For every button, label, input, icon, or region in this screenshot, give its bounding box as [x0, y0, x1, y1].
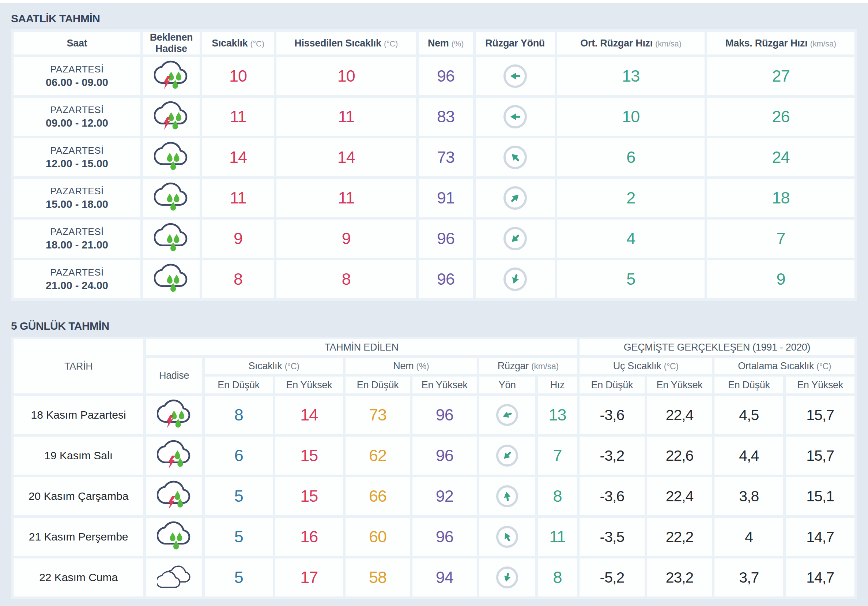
daily-row: 19 Kasım Salı 6 15 62 96 7 -3,2 22,6	[14, 437, 854, 475]
column-header-humidity-max: En Yüksek	[412, 376, 477, 393]
group-header-temperature: Sıcaklık (°C)	[205, 358, 343, 374]
date-label: 21 Kasım Perşembe	[29, 531, 128, 543]
feels-like-value: 11	[276, 179, 416, 217]
event-cell	[146, 437, 202, 475]
extreme-min-value: -3,5	[580, 518, 645, 556]
date-label: 18 Kasım Pazartesi	[31, 409, 126, 421]
temp-max-value: 14	[275, 396, 343, 434]
group-header-humidity: Nem (%)	[346, 358, 476, 374]
temperature-value: 10	[202, 57, 274, 95]
extreme-min-value: -3,6	[580, 396, 645, 434]
temp-max-value: 15	[275, 437, 343, 475]
daily-row: 21 Kasım Perşembe 5 16 60 96 11 -3,5 22	[14, 518, 854, 556]
wind-speed-value: 8	[538, 477, 577, 515]
wind-direction-cell	[479, 437, 535, 475]
time-range: 18.00 - 21.00	[14, 239, 140, 251]
wind-direction-cell	[476, 179, 555, 217]
max-wind-value: 27	[707, 57, 854, 95]
wind-direction-icon	[496, 404, 518, 426]
column-header-time: Saat	[14, 32, 140, 54]
daily-header-row-top: TARİH TAHMİN EDİLEN GEÇMİŞTE GERÇEKLEŞEN…	[14, 339, 854, 355]
date-label: 20 Kasım Çarşamba	[28, 490, 128, 502]
wind-direction-cell	[479, 518, 535, 556]
date-cell: 18 Kasım Pazartesi	[14, 396, 143, 434]
temp-max-value: 17	[275, 558, 343, 597]
temperature-value: 11	[202, 179, 274, 217]
thunderstorm-rain-icon	[157, 479, 191, 512]
humidity-value: 83	[418, 98, 473, 136]
time-range: 06.00 - 09.00	[14, 76, 140, 89]
humidity-value: 73	[418, 138, 473, 176]
humidity-max-value: 94	[412, 558, 477, 597]
day-label: PAZARTESİ	[14, 226, 140, 238]
max-wind-value: 24	[707, 138, 854, 176]
temp-min-value: 5	[205, 477, 273, 515]
column-header-average-min: En Düşük	[715, 376, 783, 393]
wind-direction-cell	[476, 138, 555, 176]
feels-like-value: 9	[276, 219, 416, 258]
humidity-max-value: 96	[412, 437, 477, 475]
hourly-section-title: SAATLİK TAHMİN	[11, 12, 857, 25]
time-slot-cell: PAZARTESİ 06.00 - 09.00	[14, 57, 140, 95]
temp-min-value: 5	[205, 518, 273, 556]
humidity-min-value: 60	[346, 518, 410, 556]
extreme-max-value: 22,4	[647, 477, 712, 515]
humidity-min-value: 73	[346, 396, 410, 434]
column-header-extreme-min: En Düşük	[580, 376, 645, 393]
extreme-max-value: 22,2	[647, 518, 712, 556]
wind-direction-cell	[479, 477, 535, 515]
group-header-predicted: TAHMİN EDİLEN	[146, 339, 577, 355]
page-top-strip	[0, 0, 868, 3]
time-slot-cell: PAZARTESİ 12.00 - 15.00	[14, 138, 140, 176]
hourly-forecast-table: Saat Beklenen Hadise Sıcaklık (°C) Hisse…	[11, 29, 857, 301]
extreme-max-value: 22,4	[647, 396, 712, 434]
wind-direction-icon	[496, 567, 518, 589]
wind-direction-icon	[504, 186, 527, 210]
wind-direction-cell	[476, 57, 555, 95]
day-label: PAZARTESİ	[14, 64, 140, 75]
time-slot-cell: PAZARTESİ 09.00 - 12.00	[14, 98, 140, 136]
extreme-max-value: 23,2	[647, 558, 712, 597]
forecast-page: SAATLİK TAHMİN Saat Beklenen Hadise Sıca…	[0, 3, 868, 599]
rainy-icon	[154, 262, 188, 295]
expected-event-cell	[143, 260, 200, 298]
rainy-icon	[154, 181, 188, 214]
expected-event-cell	[143, 138, 200, 176]
rainy-icon	[154, 221, 188, 254]
column-header-max-wind: Maks. Rüzgar Hızı (km/sa)	[707, 32, 854, 54]
date-label: 19 Kasım Salı	[44, 449, 113, 461]
max-wind-value: 7	[707, 219, 854, 258]
humidity-min-value: 66	[346, 477, 410, 515]
feels-like-value: 14	[276, 138, 416, 176]
temperature-value: 9	[202, 219, 274, 258]
day-label: PAZARTESİ	[14, 104, 140, 116]
wind-direction-icon	[496, 526, 518, 548]
wind-direction-icon	[504, 105, 527, 129]
day-label: PAZARTESİ	[14, 145, 140, 156]
temp-min-value: 5	[205, 558, 273, 597]
humidity-max-value: 96	[412, 396, 477, 434]
average-max-value: 14,7	[786, 558, 854, 597]
thunderstorm-heavy-rain-icon	[157, 398, 191, 431]
average-max-value: 15,7	[786, 437, 854, 475]
time-slot-cell: PAZARTESİ 18.00 - 21.00	[14, 219, 140, 258]
time-slot-cell: PAZARTESİ 21.00 - 24.00	[14, 260, 140, 298]
temp-min-value: 6	[205, 437, 273, 475]
event-cell	[146, 396, 202, 434]
time-slot-cell: PAZARTESİ 15.00 - 18.00	[14, 179, 140, 217]
wind-direction-cell	[479, 396, 535, 434]
daily-forecast-table: TARİH TAHMİN EDİLEN GEÇMİŞTE GERÇEKLEŞEN…	[11, 337, 857, 599]
extreme-min-value: -3,6	[580, 477, 645, 515]
wind-direction-icon	[504, 146, 527, 169]
hourly-row: PAZARTESİ 18.00 - 21.00 9 9 96 4 7	[14, 219, 854, 258]
hourly-row: PAZARTESİ 09.00 - 12.00 11 11 83 10	[14, 98, 854, 136]
avg-wind-value: 4	[557, 219, 705, 258]
wind-direction-cell	[476, 219, 555, 258]
wind-speed-value: 8	[538, 558, 577, 597]
feels-like-value: 10	[276, 57, 416, 95]
group-header-historical: GEÇMİŞTE GERÇEKLEŞEN (1991 - 2020)	[580, 339, 854, 355]
wind-direction-icon	[504, 267, 527, 291]
wind-direction-cell	[476, 260, 555, 298]
column-header-date: TARİH	[14, 339, 143, 393]
daily-row: 20 Kasım Çarşamba 5 15 66 92 8 -3,6 22,	[14, 477, 854, 515]
